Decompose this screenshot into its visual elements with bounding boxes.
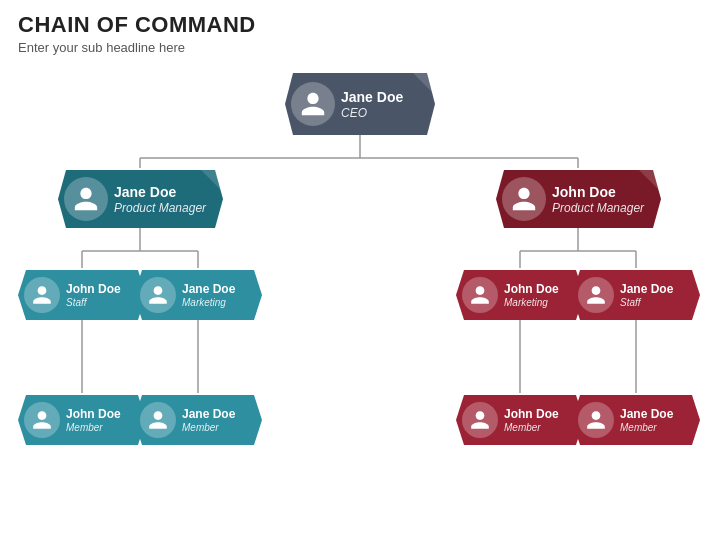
right-staff1-name: John Doe: [504, 282, 559, 298]
male-icon: [31, 284, 53, 306]
left-member2-info: Jane Doe Member: [182, 407, 235, 434]
left-staff-1-card: John Doe Staff: [18, 270, 146, 320]
right-mgr-name: John Doe: [552, 183, 644, 201]
right-member1-name: John Doe: [504, 407, 559, 423]
ceo-name: Jane Doe: [341, 88, 403, 106]
page-title: CHAIN OF COMMAND: [0, 0, 720, 40]
left-member1-name: John Doe: [66, 407, 121, 423]
right-staff2-name: Jane Doe: [620, 282, 673, 298]
right-member-2-card: Jane Doe Member: [572, 395, 700, 445]
left-member1-info: John Doe Member: [66, 407, 121, 434]
left-staff2-avatar: [140, 277, 176, 313]
ceo-card: Jane Doe CEO: [285, 73, 435, 135]
right-member1-info: John Doe Member: [504, 407, 559, 434]
page-subtitle: Enter your sub headline here: [0, 40, 720, 63]
left-staff2-role: Marketing: [182, 297, 235, 308]
female-icon: [147, 284, 169, 306]
female-icon: [72, 185, 100, 213]
right-staff2-avatar: [578, 277, 614, 313]
left-mgr-avatar: [64, 177, 108, 221]
left-member2-role: Member: [182, 422, 235, 433]
right-staff2-role: Staff: [620, 297, 673, 308]
female-icon: [147, 409, 169, 431]
female-icon: [585, 284, 607, 306]
left-member-1-card: John Doe Member: [18, 395, 146, 445]
left-staff2-name: Jane Doe: [182, 282, 235, 298]
left-staff2-info: Jane Doe Marketing: [182, 282, 235, 309]
right-manager-card: John Doe Product Manager: [496, 170, 661, 228]
male-icon: [469, 284, 491, 306]
left-member-2-card: Jane Doe Member: [134, 395, 262, 445]
right-member2-info: Jane Doe Member: [620, 407, 673, 434]
left-staff1-info: John Doe Staff: [66, 282, 121, 309]
ceo-role: CEO: [341, 106, 403, 120]
ceo-info: Jane Doe CEO: [341, 88, 403, 120]
left-staff1-avatar: [24, 277, 60, 313]
left-mgr-role: Product Manager: [114, 201, 206, 215]
male-icon: [31, 409, 53, 431]
left-member2-avatar: [140, 402, 176, 438]
right-member2-role: Member: [620, 422, 673, 433]
right-member1-avatar: [462, 402, 498, 438]
male-icon: [469, 409, 491, 431]
female-icon: [585, 409, 607, 431]
left-mgr-info: Jane Doe Product Manager: [114, 183, 206, 215]
left-member1-role: Member: [66, 422, 121, 433]
right-staff2-info: Jane Doe Staff: [620, 282, 673, 309]
right-staff1-info: John Doe Marketing: [504, 282, 559, 309]
right-staff1-avatar: [462, 277, 498, 313]
right-mgr-avatar: [502, 177, 546, 221]
right-staff-1-card: John Doe Marketing: [456, 270, 584, 320]
ceo-avatar: [291, 82, 335, 126]
left-member2-name: Jane Doe: [182, 407, 235, 423]
right-member2-avatar: [578, 402, 614, 438]
left-member1-avatar: [24, 402, 60, 438]
right-mgr-role: Product Manager: [552, 201, 644, 215]
right-member1-role: Member: [504, 422, 559, 433]
right-staff1-role: Marketing: [504, 297, 559, 308]
left-manager-card: Jane Doe Product Manager: [58, 170, 223, 228]
left-staff1-name: John Doe: [66, 282, 121, 298]
male-icon: [510, 185, 538, 213]
female-icon: [299, 90, 327, 118]
left-mgr-name: Jane Doe: [114, 183, 206, 201]
org-chart: Jane Doe CEO Jane Doe Product Manager Jo…: [0, 63, 720, 533]
right-staff-2-card: Jane Doe Staff: [572, 270, 700, 320]
right-member-1-card: John Doe Member: [456, 395, 584, 445]
left-staff1-role: Staff: [66, 297, 121, 308]
right-mgr-info: John Doe Product Manager: [552, 183, 644, 215]
right-member2-name: Jane Doe: [620, 407, 673, 423]
left-staff-2-card: Jane Doe Marketing: [134, 270, 262, 320]
